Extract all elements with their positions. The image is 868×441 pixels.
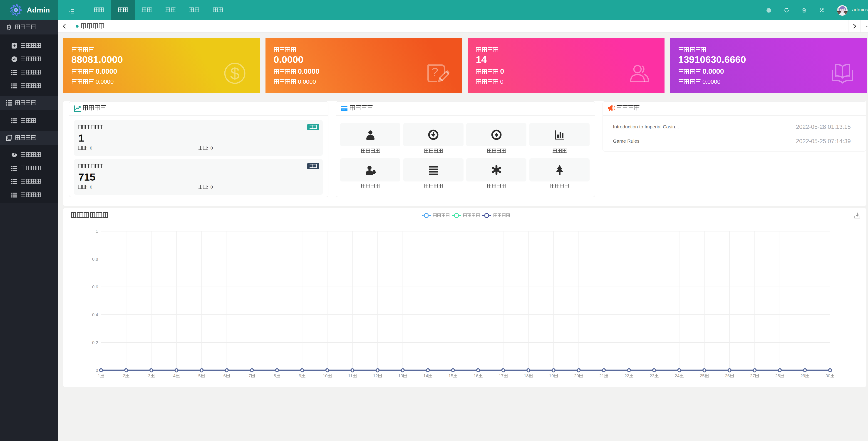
svg-text:$: $ bbox=[230, 64, 239, 83]
svg-text:1: 1 bbox=[96, 229, 98, 234]
svg-text:0: 0 bbox=[96, 368, 98, 373]
svg-text:0.2: 0.2 bbox=[92, 340, 98, 345]
svg-text:0.4: 0.4 bbox=[92, 312, 98, 317]
svg-text:0.6: 0.6 bbox=[92, 284, 98, 289]
svg-text:0.8: 0.8 bbox=[92, 257, 98, 262]
svg-text:?: ? bbox=[432, 65, 438, 78]
